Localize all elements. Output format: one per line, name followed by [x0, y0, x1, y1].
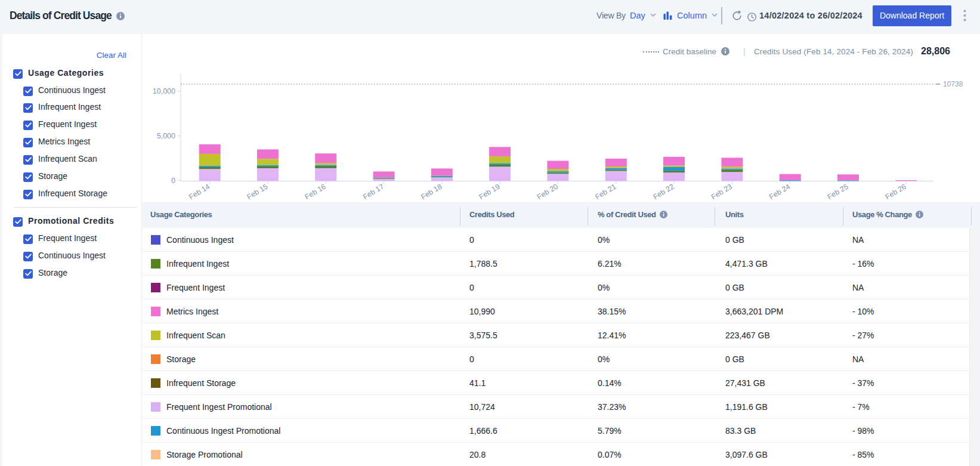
- svg-text:Feb 21: Feb 21: [593, 182, 617, 201]
- svg-text:Feb 14: Feb 14: [187, 182, 211, 201]
- svg-text:Feb 16: Feb 16: [304, 182, 327, 201]
- svg-text:Feb 20: Feb 20: [536, 182, 559, 201]
- svg-text:Feb 22: Feb 22: [652, 182, 676, 201]
- svg-text:Feb 18: Feb 18: [419, 182, 443, 201]
- svg-text:Feb 26: Feb 26: [884, 182, 908, 201]
- svg-text:5,000: 5,000: [157, 132, 175, 140]
- svg-text:10738: 10738: [943, 80, 963, 88]
- svg-text:Feb 17: Feb 17: [361, 182, 385, 201]
- svg-text:0: 0: [171, 177, 175, 185]
- svg-text:10,000: 10,000: [153, 87, 175, 95]
- svg-text:Feb 15: Feb 15: [245, 182, 269, 201]
- svg-text:Feb 25: Feb 25: [826, 182, 850, 201]
- svg-text:Feb 23: Feb 23: [710, 182, 734, 201]
- svg-text:Feb 24: Feb 24: [768, 182, 792, 201]
- svg-text:Feb 19: Feb 19: [478, 182, 502, 201]
